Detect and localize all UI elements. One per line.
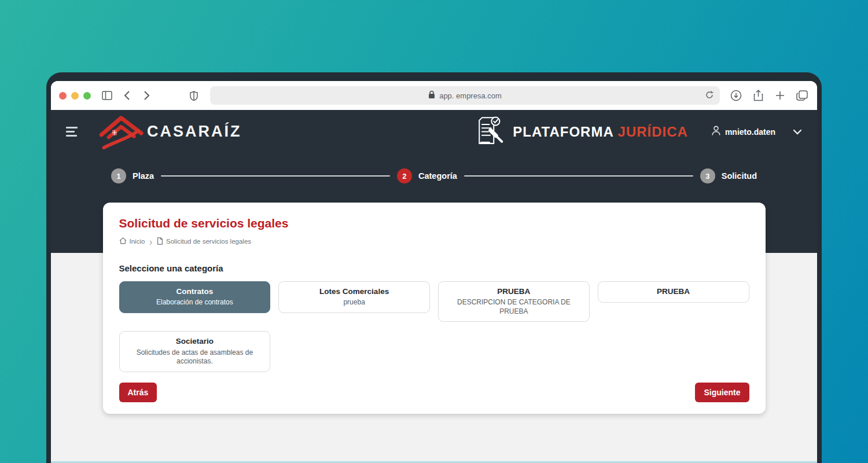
stepper: 1 Plaza 2 Categoría 3 Solicitud	[51, 153, 817, 183]
category-card[interactable]: PRUEBA DESCRIPCION DE CATEGORIA DE PRUEB…	[438, 281, 590, 322]
page-title: Solicitud de servicios legales	[119, 216, 749, 230]
category-card[interactable]: PRUEBA	[598, 281, 749, 303]
breadcrumb-current[interactable]: Solicitud de servicios legales	[157, 237, 251, 246]
stepper-step[interactable]: 1 Plaza	[111, 168, 154, 183]
new-tab-icon[interactable]	[773, 89, 787, 102]
category-title: Lotes Comerciales	[284, 286, 425, 297]
username: mnieto.daten	[725, 127, 775, 137]
lock-icon	[428, 90, 435, 101]
stepper-connector	[161, 175, 390, 177]
minimize-window-button[interactable]	[71, 92, 79, 100]
app-header: CASARAÍZ	[51, 110, 817, 153]
reload-icon[interactable]	[705, 90, 714, 101]
category-title: Contratos	[124, 286, 266, 297]
breadcrumb-home-label: Inicio	[130, 238, 145, 245]
device-frame: app. empresa.com	[46, 72, 822, 463]
step-label: Categoría	[418, 171, 457, 181]
document-icon	[157, 237, 163, 246]
browser-window: app. empresa.com	[51, 81, 817, 463]
request-card: Solicitud de servicios legales Inicio › …	[103, 203, 766, 414]
window-controls	[59, 92, 91, 100]
breadcrumb-home[interactable]: Inicio	[119, 237, 145, 245]
home-icon	[119, 237, 127, 245]
category-title: Societario	[124, 336, 266, 347]
step-number-badge: 1	[111, 168, 126, 183]
share-icon[interactable]	[751, 89, 765, 102]
brand-logo[interactable]: CASARAÍZ	[97, 112, 242, 152]
category-grid: Contratos Elaboración de contratos Lotes…	[119, 281, 749, 372]
close-window-button[interactable]	[59, 92, 67, 100]
page-body: Solicitud de servicios legales Inicio › …	[51, 253, 817, 463]
forward-icon[interactable]	[139, 89, 153, 102]
casaraiz-logo-icon	[97, 112, 146, 152]
step-label: Solicitud	[722, 171, 757, 181]
category-card[interactable]: Contratos Elaboración de contratos	[119, 281, 271, 313]
stepper-step[interactable]: 2 Categoría	[397, 168, 457, 183]
category-description: Solicitudes de actas de asambleas de acc…	[124, 348, 266, 366]
privacy-shield-icon[interactable]	[187, 89, 201, 102]
stepper-connector	[464, 175, 693, 177]
category-card[interactable]: Societario Solicitudes de actas de asamb…	[119, 331, 271, 372]
tabs-overview-icon[interactable]	[795, 89, 809, 102]
breadcrumb-separator: ›	[149, 236, 152, 248]
browser-chrome: app. empresa.com	[51, 81, 817, 110]
category-card[interactable]: Lotes Comerciales prueba	[278, 281, 430, 313]
sidebar-toggle-icon[interactable]	[100, 89, 114, 102]
zoom-window-button[interactable]	[83, 92, 91, 100]
breadcrumb-current-label: Solicitud de servicios legales	[166, 238, 251, 245]
url-text: app. empresa.com	[439, 91, 502, 100]
platform-title: PLATAFORMA JURÍDICA	[513, 124, 688, 140]
user-icon	[711, 126, 721, 138]
downloads-icon[interactable]	[729, 89, 743, 102]
chevron-down-icon[interactable]	[793, 129, 802, 135]
header-right: PLATAFORMA JURÍDICA mnieto.daten	[476, 115, 802, 149]
back-button[interactable]: Atrás	[119, 383, 157, 402]
legal-platform-icon	[476, 115, 505, 149]
step-number-badge: 2	[397, 168, 412, 183]
platform-title-primary: PLATAFORMA	[513, 124, 613, 139]
step-number-badge: 3	[700, 168, 715, 183]
brand-name: CASARAÍZ	[147, 123, 242, 141]
user-menu[interactable]: mnieto.daten	[711, 126, 775, 138]
platform-title-accent: JURÍDICA	[618, 124, 688, 139]
category-title: PRUEBA	[443, 286, 584, 297]
back-icon[interactable]	[120, 89, 134, 102]
step-label: Plaza	[133, 171, 154, 181]
next-button[interactable]: Siguiente	[695, 383, 749, 402]
menu-icon[interactable]	[66, 127, 78, 137]
category-title: PRUEBA	[603, 286, 744, 297]
section-label: Seleccione una categoría	[119, 263, 749, 273]
category-description: DESCRIPCION DE CATEGORIA DE PRUEBA	[443, 298, 584, 316]
stepper-step[interactable]: 3 Solicitud	[700, 168, 757, 183]
card-actions: Atrás Siguiente	[119, 383, 749, 402]
address-bar[interactable]: app. empresa.com	[210, 86, 720, 105]
category-description: Elaboración de contratos	[124, 298, 266, 307]
chrome-right-icons	[729, 89, 809, 102]
breadcrumb: Inicio › Solicitud de servicios legales	[119, 237, 749, 246]
category-description: prueba	[284, 298, 425, 307]
